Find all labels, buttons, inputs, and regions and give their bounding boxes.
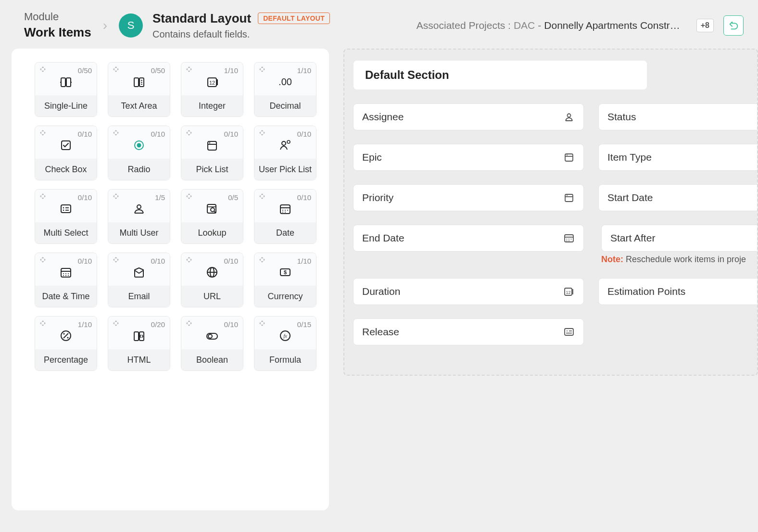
palette-count: 0/10	[78, 257, 92, 265]
drag-icon	[112, 256, 120, 264]
palette-label: Currency	[254, 286, 316, 307]
palette-multi-user[interactable]: 1/5 Multi User	[108, 189, 170, 244]
boolean-icon	[206, 329, 218, 342]
palette-label: Pick List	[181, 159, 243, 180]
palette-count: 1/10	[224, 66, 238, 75]
palette-count: 0/10	[78, 130, 92, 138]
palette-count: 1/5	[155, 193, 165, 202]
field-release[interactable]: Release	[353, 318, 584, 345]
field-assignee[interactable]: Assignee	[353, 103, 584, 130]
palette-date-time[interactable]: 0/10 Date & Time	[35, 253, 97, 307]
palette-lookup[interactable]: 0/5 Lookup	[181, 189, 243, 244]
field-estimation-points[interactable]: Estimation Points	[598, 278, 758, 305]
project-code: DAC	[514, 20, 535, 31]
field-label: Status	[607, 111, 636, 123]
palette-multi-select[interactable]: 0/10 Multi Select	[35, 189, 97, 244]
field-label: Item Type	[607, 152, 652, 163]
undo-button[interactable]	[723, 15, 744, 36]
palette-text-area[interactable]: 0/50 Text Area	[108, 62, 170, 117]
percent-icon	[60, 329, 72, 342]
radio-icon	[133, 139, 145, 152]
field-start-date[interactable]: Start Date	[598, 184, 758, 211]
palette-count: 0/10	[151, 130, 165, 138]
drag-icon	[39, 129, 47, 137]
palette-percentage[interactable]: 1/10 Percentage	[35, 316, 97, 371]
palette-count: 0/10	[224, 320, 238, 329]
multiselect-icon	[60, 203, 72, 215]
palette-decimal[interactable]: 1/10 Decimal	[254, 62, 316, 117]
drag-icon	[258, 319, 266, 327]
palette-url[interactable]: 0/10 URL	[181, 253, 243, 307]
drag-icon	[185, 65, 193, 73]
palette-label: Lookup	[181, 222, 243, 243]
window-icon	[563, 192, 575, 203]
int-s-icon	[563, 286, 575, 297]
drag-icon	[258, 129, 266, 137]
text-area-icon	[133, 76, 145, 88]
field-duration[interactable]: Duration	[353, 278, 584, 305]
layout-canvas[interactable]: Default Section Assignee StatusEpic Item…	[343, 49, 758, 376]
more-projects-badge[interactable]: +8	[696, 19, 714, 32]
layout-heading: Standard Layout DEFAULT LAYOUT Contains …	[152, 11, 330, 40]
window-icon	[563, 152, 575, 163]
drag-icon	[39, 319, 47, 327]
drag-icon	[112, 65, 120, 73]
breadcrumb: Module Work Items	[24, 11, 91, 40]
palette-count: 0/10	[78, 193, 92, 202]
drag-icon	[258, 256, 266, 264]
field-epic[interactable]: Epic	[353, 144, 584, 171]
palette-label: Percentage	[35, 349, 97, 370]
single-line-icon	[60, 76, 72, 88]
drag-icon	[185, 192, 193, 200]
user-icon	[563, 111, 575, 123]
palette-check-box[interactable]: 0/10 Check Box	[35, 126, 97, 180]
field-start-after[interactable]: Start After Note: Reschedule work items …	[598, 225, 758, 265]
palette-label: Email	[108, 286, 170, 307]
palette-integer[interactable]: 1/10 Integer	[181, 62, 243, 117]
field-item-type[interactable]: Item Type	[598, 144, 758, 171]
palette-email[interactable]: 0/10 Email	[108, 253, 170, 307]
body-columns: 0/50 Single-Line 0/50 Text Area 1/10 Int…	[0, 49, 758, 510]
palette-label: Single-Line	[35, 95, 97, 116]
default-layout-tag: DEFAULT LAYOUT	[258, 13, 330, 24]
layout-title: Standard Layout	[152, 11, 251, 26]
field-end-date[interactable]: End Date	[353, 225, 584, 252]
field-label: Start Date	[607, 192, 653, 203]
palette-user-pick-list[interactable]: 0/10 User Pick List	[254, 126, 316, 180]
url-icon	[206, 266, 218, 279]
palette-count: 0/50	[78, 66, 92, 75]
field-label: Estimation Points	[607, 286, 685, 297]
chevron-right-icon: ›	[103, 18, 107, 33]
page-header: Module Work Items › S Standard Layout DE…	[0, 0, 758, 49]
drag-icon	[185, 319, 193, 327]
palette-count: 1/10	[78, 320, 92, 329]
field-priority[interactable]: Priority	[353, 184, 584, 211]
dash: -	[538, 20, 541, 31]
palette-grid: 0/50 Single-Line 0/50 Text Area 1/10 Int…	[35, 62, 317, 371]
palette-pick-list[interactable]: 0/10 Pick List	[181, 126, 243, 180]
field-label: Epic	[362, 152, 382, 163]
palette-label: Decimal	[254, 95, 316, 116]
palette-radio[interactable]: 0/10 Radio	[108, 126, 170, 180]
palette-currency[interactable]: 1/10 Currency	[254, 253, 316, 307]
card-icon	[563, 326, 575, 338]
palette-single-line[interactable]: 0/50 Single-Line	[35, 62, 97, 117]
project-name: Donnelly Apartments Constr…	[544, 20, 680, 31]
associated-projects[interactable]: Associated Projects : DAC - Donnelly Apa…	[417, 20, 680, 31]
palette-date[interactable]: 0/10 Date	[254, 189, 316, 244]
lookup-icon	[206, 203, 218, 215]
field-label: Release	[362, 326, 399, 338]
palette-formula[interactable]: 0/15 Formula	[254, 316, 316, 371]
field-status[interactable]: Status	[598, 103, 758, 130]
palette-label: Multi Select	[35, 222, 97, 243]
palette-count: 1/10	[297, 66, 311, 75]
palette-html[interactable]: 0/20 HTML	[108, 316, 170, 371]
integer-icon	[206, 76, 218, 88]
html-icon	[133, 329, 145, 342]
module-label: Module	[24, 11, 91, 23]
drag-icon	[112, 319, 120, 327]
palette-boolean[interactable]: 0/10 Boolean	[181, 316, 243, 371]
palette-label: Multi User	[108, 222, 170, 243]
section-title[interactable]: Default Section	[353, 60, 647, 90]
field-grid: Assignee StatusEpic Item TypePriority St…	[353, 103, 748, 345]
